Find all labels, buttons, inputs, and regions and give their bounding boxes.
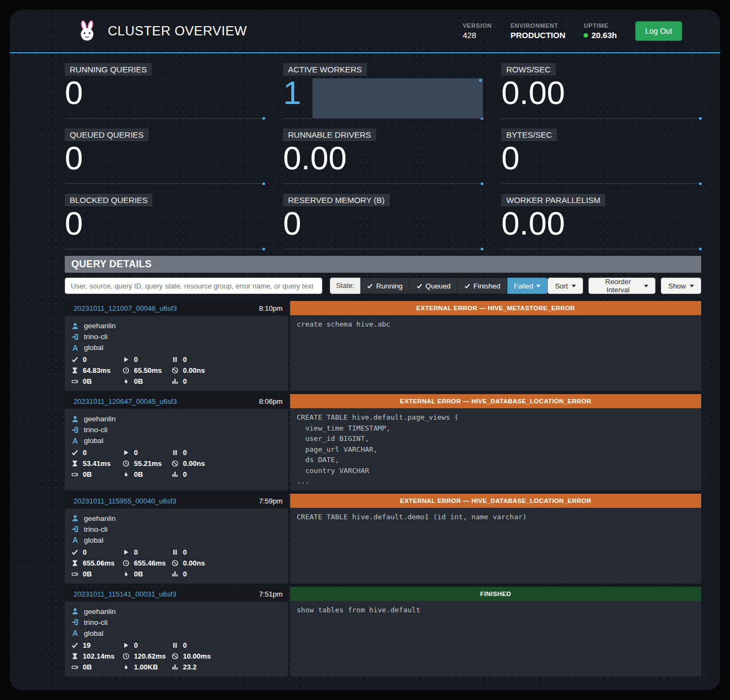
completed-splits: 0 xyxy=(83,449,87,457)
cpu-time: 0.00ns xyxy=(183,366,205,374)
uptime-stat: UPTIME 20.63h xyxy=(584,22,617,40)
cpu-time: 10.00ms xyxy=(183,652,211,660)
query-detail-panel: EXTERNAL ERROR — HIVE_METASTORE_ERROR cr… xyxy=(290,301,701,391)
queued-splits-icon xyxy=(171,356,179,363)
state-filter-group: State: Running Queued Finished Failed xyxy=(330,278,548,294)
query-sql: CREATE TABLE hive.default.page_views ( v… xyxy=(290,408,701,490)
stat-value: 0 xyxy=(283,206,301,241)
query-time: 8:10pm xyxy=(259,304,283,312)
running-splits: 0 xyxy=(134,548,138,556)
environment-label: ENVIRONMENT xyxy=(511,22,566,29)
stat-label: ROWS/SEC xyxy=(501,63,556,76)
query-card: 20231011_115141_00031_u6sf3 7:51pm geeha… xyxy=(65,587,701,677)
environment-value: PRODUCTION xyxy=(511,30,566,40)
query-sql: CREATE TABLE hive.default.demo1 (id int,… xyxy=(290,508,701,584)
uptime-label: UPTIME xyxy=(584,22,617,29)
peak-memory-icon xyxy=(122,570,130,578)
current-memory: 0B xyxy=(83,470,92,478)
sparkline-baseline xyxy=(65,183,265,184)
check-icon xyxy=(416,283,422,289)
query-id-link[interactable]: 20231011_115955_00040_u6sf3 xyxy=(73,497,176,505)
query-time: 7:51pm xyxy=(259,590,283,598)
sort-label: Sort xyxy=(555,282,568,290)
caret-down-icon xyxy=(572,285,576,287)
query-status-banner: EXTERNAL ERROR — HIVE_DATABASE_LOCATION_… xyxy=(290,394,701,408)
peak-memory: 0B xyxy=(134,570,143,578)
elapsed-time-icon xyxy=(122,460,130,467)
query-resource-group: global xyxy=(84,536,103,544)
main-content: RUNNING QUERIES 0 ACTIVE WORKERS 1 ROWS/… xyxy=(65,63,701,677)
elapsed-time: 55.21ms xyxy=(134,459,162,468)
page-title: CLUSTER OVERVIEW xyxy=(108,23,247,39)
queued-time: 53.41ms xyxy=(83,459,111,468)
query-user: geehanlin xyxy=(84,322,116,330)
query-search-input[interactable] xyxy=(65,278,322,294)
filter-running-button[interactable]: Running xyxy=(360,278,409,294)
caret-down-icon xyxy=(690,285,694,287)
cpu-time: 0.00ns xyxy=(183,459,205,468)
query-card: 20231011_115955_00040_u6sf3 7:59pm geeha… xyxy=(65,494,701,584)
stat-active-workers: ACTIVE WORKERS 1 xyxy=(283,63,483,120)
stat-value: 1 xyxy=(283,76,301,110)
logout-button[interactable]: Log Out xyxy=(635,21,682,41)
queued-splits-icon xyxy=(171,449,179,456)
queued-splits: 0 xyxy=(183,449,187,457)
query-id-link[interactable]: 20231011_115141_00031_u6sf3 xyxy=(73,590,176,598)
cpu-time: 0.00ns xyxy=(183,559,205,567)
sparkline-baseline xyxy=(501,183,701,184)
queued-splits: 0 xyxy=(183,548,187,556)
reorder-interval-dropdown[interactable]: Reorder Interval xyxy=(588,278,655,294)
query-filter-bar: State: Running Queued Finished Failed xyxy=(65,278,701,294)
query-user: geehanlin xyxy=(84,415,116,423)
completed-splits-icon xyxy=(71,642,78,649)
stat-label: WORKER PARALLELISM xyxy=(501,194,605,206)
source-icon xyxy=(71,426,79,434)
query-details-header: QUERY DETAILS xyxy=(65,256,701,273)
running-splits-icon xyxy=(122,356,130,363)
version-stat: VERSION 428 xyxy=(463,22,492,40)
stat-runnable-drivers: RUNNABLE DRIVERS 0.00 xyxy=(283,128,483,185)
query-id-link[interactable]: 20231011_120647_00045_u6sf3 xyxy=(73,397,177,406)
peak-memory: 0B xyxy=(134,377,143,385)
app-header: CLUSTER OVERVIEW VERSION 428 ENVIRONMENT… xyxy=(10,10,720,53)
query-summary-panel: 20231011_115955_00040_u6sf3 7:59pm geeha… xyxy=(65,494,288,584)
sort-dropdown[interactable]: Sort xyxy=(548,278,583,294)
reorder-interval-label: Reorder Interval xyxy=(596,278,640,294)
filter-queued-button[interactable]: Queued xyxy=(410,278,458,294)
resource-group-icon xyxy=(71,536,79,544)
show-label: Show xyxy=(668,282,686,290)
stat-reserved-memory: RESERVED MEMORY (B) 0 xyxy=(283,194,483,250)
header-status-area: VERSION 428 ENVIRONMENT PRODUCTION UPTIM… xyxy=(463,21,682,41)
query-resource-group: global xyxy=(84,343,103,352)
queued-splits: 0 xyxy=(183,641,187,649)
query-user: geehanlin xyxy=(84,514,116,523)
filter-failed-dropdown[interactable]: Failed xyxy=(507,278,548,294)
stat-value: 0 xyxy=(65,141,83,176)
parallelism: 23.2 xyxy=(183,663,197,671)
user-icon xyxy=(71,415,79,423)
stat-label: ACTIVE WORKERS xyxy=(283,63,367,76)
version-value: 428 xyxy=(463,30,492,40)
running-splits: 0 xyxy=(134,641,138,649)
elapsed-time: 65.50ms xyxy=(134,366,162,374)
filter-finished-button[interactable]: Finished xyxy=(458,278,507,294)
peak-memory: 0B xyxy=(134,470,143,478)
queued-time: 64.83ms xyxy=(83,366,111,374)
resource-group-icon xyxy=(71,437,79,445)
filter-failed-label: Failed xyxy=(514,282,533,290)
queued-splits-icon xyxy=(171,642,179,649)
cpu-time-icon xyxy=(171,460,179,467)
cluster-stats-grid: RUNNING QUERIES 0 ACTIVE WORKERS 1 ROWS/… xyxy=(65,63,701,250)
completed-splits-icon xyxy=(71,449,78,456)
stat-rows-per-sec: ROWS/SEC 0.00 xyxy=(501,63,701,120)
query-id-link[interactable]: 20231011_121007_00046_u6sf3 xyxy=(73,304,177,312)
peak-memory-icon xyxy=(122,664,130,671)
parallelism: 0 xyxy=(183,377,187,385)
show-dropdown[interactable]: Show xyxy=(661,278,701,294)
query-source: trino-cli xyxy=(84,333,108,341)
parallelism-icon xyxy=(171,664,179,671)
current-memory-icon xyxy=(71,378,78,385)
query-summary-panel: 20231011_121007_00046_u6sf3 8:10pm geeha… xyxy=(65,301,288,391)
stat-label: RESERVED MEMORY (B) xyxy=(283,194,390,206)
elapsed-time: 120.62ms xyxy=(134,652,166,660)
